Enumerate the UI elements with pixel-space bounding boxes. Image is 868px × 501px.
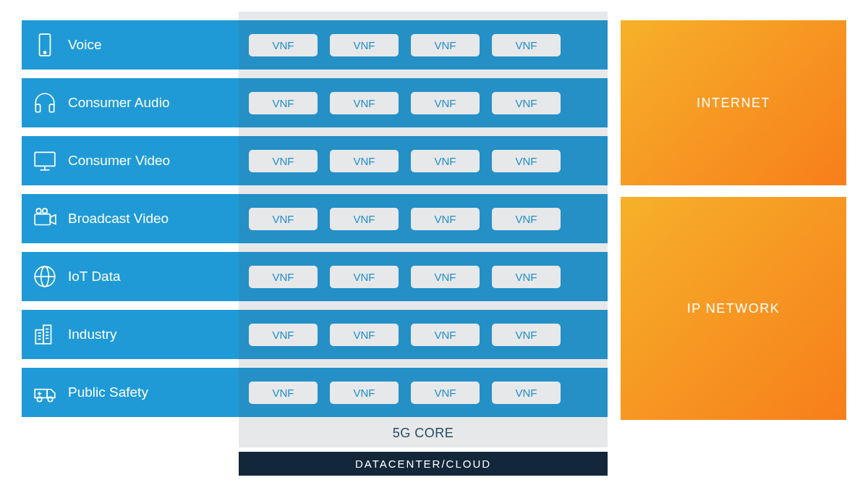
vnf-box: VNF	[330, 266, 399, 288]
internet-box: INTERNET	[621, 20, 846, 185]
buildings-icon	[22, 322, 68, 347]
vnf-group: VNFVNFVNFVNF	[220, 92, 561, 114]
datacenter-bar: DATACENTER/CLOUD	[239, 452, 608, 476]
vnf-box: VNF	[411, 324, 480, 346]
vnf-box: VNF	[492, 92, 561, 114]
vnf-box: VNF	[492, 208, 561, 230]
vnf-group: VNFVNFVNFVNF	[220, 324, 561, 346]
ambulance-icon	[22, 380, 68, 405]
slice-row: Broadcast VideoVNFVNFVNFVNF	[22, 194, 608, 243]
vnf-box: VNF	[411, 92, 480, 114]
vnf-box: VNF	[411, 34, 480, 56]
vnf-box: VNF	[492, 150, 561, 172]
vnf-box: VNF	[330, 208, 399, 230]
slice-label: Consumer Video	[68, 153, 220, 169]
slice-rows: VoiceVNFVNFVNFVNFConsumer AudioVNFVNFVNF…	[22, 20, 608, 417]
slice-row: Public SafetyVNFVNFVNFVNF	[22, 368, 608, 417]
vnf-box: VNF	[330, 324, 399, 346]
core-label: 5G CORE	[239, 426, 608, 441]
vnf-box: VNF	[249, 150, 318, 172]
vnf-box: VNF	[249, 382, 318, 404]
vnf-box: VNF	[492, 34, 561, 56]
vnf-box: VNF	[249, 324, 318, 346]
vnf-box: VNF	[411, 208, 480, 230]
headphones-icon	[22, 90, 68, 115]
right-column: INTERNET IP NETWORK	[621, 20, 846, 420]
slice-row: IoT DataVNFVNFVNFVNF	[22, 252, 608, 301]
slice-row: Consumer VideoVNFVNFVNFVNF	[22, 136, 608, 185]
smartphone-icon	[22, 33, 68, 57]
vnf-group: VNFVNFVNFVNF	[220, 208, 561, 230]
vnf-box: VNF	[411, 382, 480, 404]
slice-label: Public Safety	[68, 384, 220, 400]
slice-label: Voice	[68, 37, 220, 53]
vnf-box: VNF	[330, 34, 399, 56]
diagram-layout: VoiceVNFVNFVNFVNFConsumer AudioVNFVNFVNF…	[22, 20, 846, 420]
vnf-box: VNF	[492, 266, 561, 288]
slice-row: Consumer AudioVNFVNFVNFVNF	[22, 78, 608, 127]
vnf-box: VNF	[492, 324, 561, 346]
vnf-group: VNFVNFVNFVNF	[220, 34, 561, 56]
monitor-icon	[22, 148, 68, 173]
vnf-box: VNF	[492, 382, 561, 404]
slice-label: Industry	[68, 327, 220, 342]
vnf-box: VNF	[411, 150, 480, 172]
vnf-group: VNFVNFVNFVNF	[220, 150, 561, 172]
vnf-group: VNFVNFVNFVNF	[220, 382, 561, 404]
camera-icon	[22, 206, 68, 231]
vnf-box: VNF	[330, 382, 399, 404]
ip-network-box: IP NETWORK	[621, 197, 846, 420]
vnf-box: VNF	[411, 266, 480, 288]
vnf-group: VNFVNFVNFVNF	[220, 266, 561, 288]
vnf-box: VNF	[249, 34, 318, 56]
vnf-box: VNF	[249, 92, 318, 114]
slice-label: IoT Data	[68, 269, 220, 285]
globe-icon	[22, 264, 68, 289]
vnf-box: VNF	[330, 92, 399, 114]
slice-row: VoiceVNFVNFVNFVNF	[22, 20, 608, 70]
vnf-box: VNF	[249, 266, 318, 288]
left-column: VoiceVNFVNFVNFVNFConsumer AudioVNFVNFVNF…	[22, 20, 608, 417]
slice-row: IndustryVNFVNFVNFVNF	[22, 310, 608, 359]
vnf-box: VNF	[249, 208, 318, 230]
slice-label: Broadcast Video	[68, 211, 220, 227]
slice-label: Consumer Audio	[68, 95, 220, 111]
vnf-box: VNF	[330, 150, 399, 172]
